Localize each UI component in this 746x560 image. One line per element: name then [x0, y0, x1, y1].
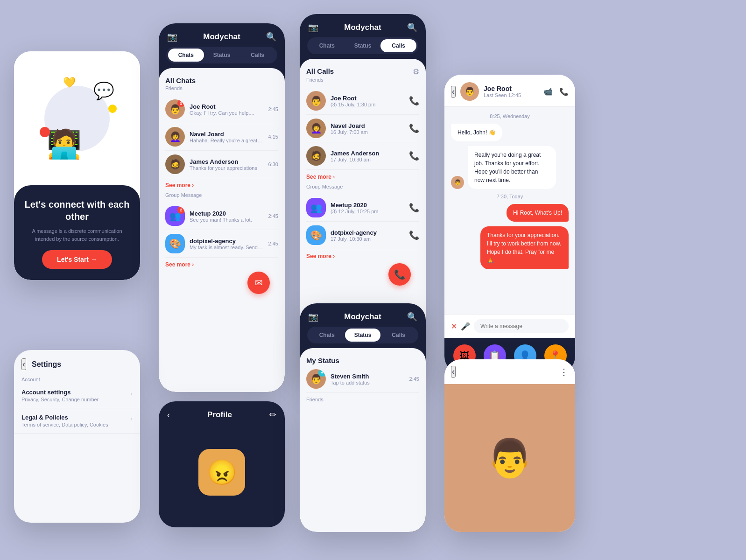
profile-edit-icon[interactable]: ✏ [269, 410, 276, 420]
chat-detail-card: ‹ 👨 Joe Root Last Seen 12:45 📹 📞 8:25, W… [444, 75, 575, 373]
welcome-bottom: Let's connect with each other A message … [14, 185, 140, 280]
calls-fab[interactable]: 📞 [388, 263, 411, 286]
chat-preview-james: Thanks for your appreciations [190, 165, 264, 171]
detail-contact-name: Joe Root [484, 85, 539, 92]
chat-item-james[interactable]: 🧔 James Anderson Thanks for your appreci… [165, 151, 278, 178]
voice-call-icon[interactable]: 📞 [559, 87, 569, 96]
call-phone-meetup[interactable]: 📞 [409, 203, 419, 213]
calls-search-icon[interactable]: 🔍 [407, 22, 417, 33]
calls-tab-calls[interactable]: Calls [380, 39, 416, 52]
call-item-james[interactable]: 🧔 James Anderson 17 July, 10:30 am 📞 [306, 142, 419, 170]
call-item-dotpixel[interactable]: 🎨 dotpixel-agency 17 July, 10:30 am 📞 [306, 222, 419, 249]
chat-item-navel[interactable]: 👩‍🦱 Navel Joard Hahaha. Really you're a … [165, 123, 278, 151]
call-phone-navel[interactable]: 📞 [409, 123, 419, 133]
detail-actions: 📹 📞 [543, 87, 569, 96]
settings-legal-title: Legal & Policies [21, 414, 130, 421]
settings-legal-chevron: › [130, 415, 133, 422]
settings-account-chevron: › [130, 390, 133, 397]
call-avatar-joe: 👨 [306, 91, 326, 111]
chat-info-meetup: Meetup 2020 See you man! Thanks a lot. [190, 210, 264, 223]
all-calls-title: All Calls [306, 67, 334, 75]
detail-contact-status: Last Seen 12:45 [484, 92, 539, 98]
tab-status[interactable]: Status [204, 49, 240, 62]
chat-name-meetup: Meetup 2020 [190, 210, 264, 217]
tab-calls[interactable]: Calls [239, 49, 275, 62]
my-status-card: 📷 Modychat 🔍 Chats Status Calls My Statu… [300, 303, 426, 532]
chat-time-navel: 4:15 [268, 134, 278, 140]
calls-tab-status[interactable]: Status [345, 39, 381, 52]
profile-back-button[interactable]: ‹ [167, 410, 170, 420]
video-call-icon[interactable]: 📹 [543, 87, 553, 96]
avatar-joe: 👨 2 [165, 99, 185, 119]
status-tab-status[interactable]: Status [345, 329, 381, 342]
welcome-illustration-area: 💛 🧑‍💻 💬 [14, 51, 140, 185]
more-options-icon[interactable]: ⋮ [559, 366, 569, 378]
call-phone-joe[interactable]: 📞 [409, 96, 419, 106]
settings-account-title: Account settings [21, 389, 130, 396]
message-input[interactable] [474, 319, 569, 333]
settings-account-sub: Privacy, Security, Change number [21, 397, 130, 402]
chat2-back-button[interactable]: ‹ [451, 366, 456, 378]
camera-icon[interactable]: 📷 [167, 32, 177, 42]
call-avatar-meetup: 👥 [306, 198, 326, 217]
chat-time-joe: 2:45 [268, 106, 278, 112]
see-more-groups[interactable]: See more › [165, 261, 278, 268]
all-chats-title: All Chats [165, 77, 278, 84]
detail-contact-info: Joe Root Last Seen 12:45 [484, 85, 539, 98]
status-search-icon[interactable]: 🔍 [407, 312, 417, 322]
call-phone-james[interactable]: 📞 [409, 151, 419, 161]
chat-item-joe[interactable]: 👨 2 Joe Root Okay, I'll try. Can you hel… [165, 96, 278, 123]
settings-item-legal[interactable]: Legal & Policies Terms of service, Data … [14, 408, 140, 434]
yellow-dot [108, 105, 117, 113]
back-button[interactable]: ‹ [451, 86, 456, 98]
messages-area: 8:25, Wednesday Hello, John! 👋 👨 Really … [444, 107, 575, 314]
msg-hello: Hello, John! 👋 [451, 124, 502, 141]
filter-icon[interactable]: ⚙ [413, 67, 419, 76]
call-item-navel[interactable]: 👩‍🦱 Navel Joard 16 July, 7:00 am 📞 [306, 115, 419, 142]
calls-group-label: Group Message [306, 184, 419, 189]
calls-see-more-groups[interactable]: See more › [306, 253, 419, 259]
chat-info-james: James Anderson Thanks for your appreciat… [190, 158, 264, 171]
chat-preview-joe: Okay, I'll try. Can you help.... [190, 110, 264, 116]
status-camera-icon[interactable]: 📷 [308, 312, 318, 322]
compose-fab[interactable]: ✉ [247, 272, 270, 294]
chat-list: All Chats Friends 👨 2 Joe Root Okay, I'l… [159, 68, 285, 392]
call-name-dotpixel: dotpixel-agency [331, 229, 404, 236]
chat-info-joe: Joe Root Okay, I'll try. Can you help...… [190, 103, 264, 116]
chat-time-dot: 2:45 [268, 241, 278, 246]
settings-item-account[interactable]: Account settings Privacy, Security, Chan… [14, 383, 140, 408]
calls-camera-icon[interactable]: 📷 [308, 22, 318, 33]
illustration: 💛 🧑‍💻 💬 [35, 72, 119, 165]
badge-joe: 2 [177, 99, 185, 107]
call-detail-meetup: (3) 12 July, 10:25 pm [331, 209, 404, 214]
calls-see-more-friends[interactable]: See more › [306, 174, 419, 180]
call-phone-dotpixel[interactable]: 📞 [409, 230, 419, 240]
chat2-header: ‹ ⋮ [444, 359, 575, 384]
call-item-joe[interactable]: 👨 Joe Root (3) 15 July, 1:30 pm 📞 [306, 87, 419, 115]
call-info-joe: Joe Root (3) 15 July, 1:30 pm [331, 95, 404, 107]
settings-back-button[interactable]: ‹ [21, 358, 26, 370]
call-item-meetup[interactable]: 👥 Meetup 2020 (3) 12 July, 10:25 pm 📞 [306, 194, 419, 222]
chat-item-meetup[interactable]: 👥 2 Meetup 2020 See you man! Thanks a lo… [165, 203, 278, 230]
status-tab-calls[interactable]: Calls [380, 329, 416, 342]
chats-search-icon[interactable]: 🔍 [266, 32, 276, 42]
calls-tab-chats[interactable]: Chats [309, 39, 345, 52]
close-icon[interactable]: ✕ [451, 322, 457, 331]
friends-label: Friends [165, 85, 278, 91]
mic-icon[interactable]: 🎤 [461, 322, 470, 331]
status-tab-chats[interactable]: Chats [309, 329, 345, 342]
calls-tab-bar: Chats Status Calls [307, 37, 418, 54]
welcome-title: Let's connect with each other [24, 198, 130, 223]
person-icon: 🧑‍💻 [47, 127, 82, 161]
red-dot [40, 127, 50, 137]
chat-item-dot[interactable]: 🎨 dotpixel-agency My task is almost read… [165, 230, 278, 258]
call-detail-navel: 16 July, 7:00 am [331, 129, 404, 135]
lets-start-button[interactable]: Let's Start → [42, 250, 112, 269]
status-item-steven[interactable]: 👨 + Steven Smith Tap to add status 2:45 [306, 365, 419, 393]
see-more-friends[interactable]: See more › [165, 182, 278, 189]
chat-time-meetup: 2:45 [268, 213, 278, 219]
chat-name-joe: Joe Root [190, 103, 264, 110]
tab-chats[interactable]: Chats [168, 49, 204, 62]
chat-preview-navel: Hahaha. Really you're a great person [190, 138, 264, 143]
msg-great-job: Really you're doing a great job. Thanks … [468, 146, 556, 189]
